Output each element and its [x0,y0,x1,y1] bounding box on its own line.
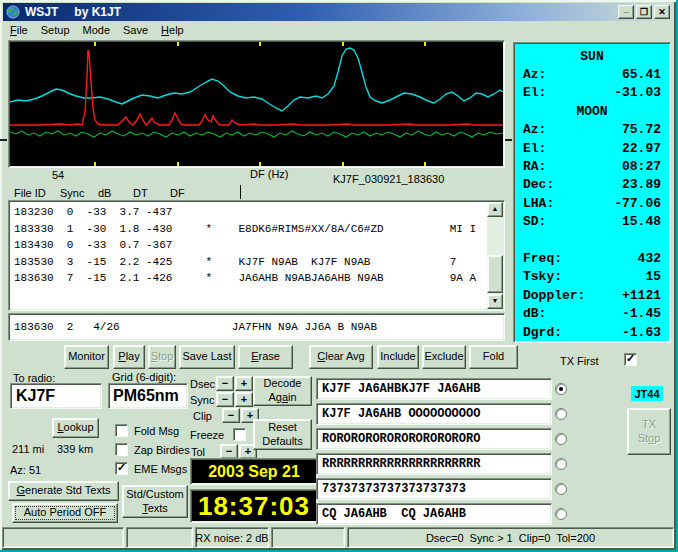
dsec-minus-button[interactable]: − [216,376,234,391]
menu-file[interactable]: File [10,24,28,36]
auto-period-button[interactable]: Auto Period OFF [12,503,118,523]
status-panel-1 [2,527,124,548]
tx-msg-field-5[interactable]: 73737373737373737373 [316,478,552,500]
col-df: DF [170,187,185,199]
distance-miles: 211 mi [12,443,44,455]
sync-plus-button[interactable]: + [235,392,253,407]
tx-msg-radio[interactable] [555,508,567,520]
menu-help[interactable]: Help [161,24,184,36]
tx-msg-field-2[interactable]: KJ7F JA6AHB OOOOOOOOOO [316,403,552,425]
menu-save[interactable]: Save [123,24,148,36]
include-button[interactable]: Include [377,345,419,369]
spectrum-plot [10,42,503,166]
close-button[interactable]: ✕ [654,5,670,19]
col-file-id: File ID [14,187,46,199]
astro-info-panel: SUNAz:65.41El:-31.03MOONAz:75.72El:22.97… [513,42,671,343]
std-custom-texts-button[interactable]: Std/Custom Texts [122,485,188,518]
fold-button[interactable]: Fold [469,345,518,369]
grid-label: Grid (6-digit): [112,371,176,383]
time-display: 18:37:03 [190,489,318,523]
clear-avg-button[interactable]: Clear Avg [309,345,373,369]
minimize-button[interactable]: _ [618,5,634,19]
info-row: Az:75.72 [516,121,668,139]
info-row: El:-31.03 [516,84,668,102]
scroll-up-button[interactable]: ▲ [487,202,503,217]
sync-minus-button[interactable]: − [216,392,234,407]
decode-row[interactable]: 183430 0 -33 0.7 -367 [14,237,484,254]
erase-button[interactable]: Erase [238,345,293,369]
dsec-plus-button[interactable]: + [235,376,253,391]
average-decode-box: 183630 2 4/26 JA7FHN N9A JJ6A B N9AB [8,313,505,341]
save-last-button[interactable]: Save Last [179,345,235,369]
decode-row[interactable]: 183230 0 -33 3.7 -437 [14,204,484,221]
col-dt: DT [133,187,148,199]
spectrum-display[interactable] [8,40,505,168]
tx-stop-button[interactable]: TX Stop [627,408,671,455]
decode-row[interactable]: 183530 3 -15 2.2 -425 * KJ7F N9AB KJ7F N… [14,254,484,271]
tx-first-label: TX First [560,355,599,367]
text-cursor [240,185,241,199]
tx-msg-field-6[interactable]: CQ JA6AHB CQ JA6AHB [316,503,552,525]
stop-button[interactable]: Stop [148,345,176,369]
spectrum-trace-green [10,131,503,137]
info-row: Dgrd:-1.63 [516,323,668,341]
tx-first-checkbox[interactable] [624,353,637,366]
generate-std-texts-button[interactable]: Generate Std Texts [8,481,119,501]
info-row: SD:15.48 [516,213,668,231]
freeze-checkbox[interactable] [233,428,246,441]
scroll-down-icon: ▼ [492,297,499,306]
freeze-label: Freeze [190,429,224,441]
col-db: dB [98,187,111,199]
spectrum-trace-red [10,50,503,125]
freq-scale-label: 54 [52,169,64,181]
info-row: Tsky:15 [516,268,668,286]
reset-defaults-button[interactable]: ResetDefaults [253,419,312,450]
app-globe-icon [6,5,20,19]
tol-minus-button[interactable]: − [220,444,238,459]
info-row: dB:-1.45 [516,304,668,322]
play-button[interactable]: Play [113,345,145,369]
eme-msgs-checkbox[interactable] [115,462,128,475]
decode-scrollbar: ▲ ▼ [487,202,503,309]
exclude-button[interactable]: Exclude [422,345,466,369]
menu-bar: File Setup Mode Save Help [3,22,673,38]
monitor-button[interactable]: Monitor [64,345,109,369]
decode-row[interactable]: 183330 1 -30 1.8 -430 * E8DK6#RIMS#XX/8A… [14,221,484,238]
zap-birdies-checkbox[interactable] [115,443,128,456]
frequency-ticks [95,42,425,166]
scroll-up-icon: ▲ [492,205,499,214]
tx-msg-radio[interactable] [555,408,567,420]
fold-msg-label: Fold Msg [134,425,179,437]
menu-mode[interactable]: Mode [83,24,111,36]
status-decode-params: Dsec=0 Sync > 1 Clip=0 Tol=200 [347,527,674,548]
lookup-button[interactable]: Lookup [52,418,99,438]
right-axis-tick [505,139,512,141]
tx-msg-radio[interactable] [555,433,567,445]
tx-msg-field-3[interactable]: RORORORORORORORORORORO [316,428,552,450]
decode-again-button[interactable]: Decode Again [253,376,312,406]
tx-msg-field-4[interactable]: RRRRRRRRRRRRRRRRRRRRRR [316,453,552,475]
average-decode-row[interactable]: 183630 2 4/26 JA7FHN N9A JJ6A B N9AB [14,321,377,333]
tx-msg-radio[interactable] [555,458,567,470]
fold-msg-checkbox[interactable] [115,424,128,437]
tx-msg-field-1[interactable]: KJ7F JA6AHBKJ7F JA6AHB [316,378,552,400]
menu-setup[interactable]: Setup [41,24,70,36]
left-axis-tick [0,139,7,141]
info-row: Az:65.41 [516,65,668,83]
eme-msgs-label: EME Msgs [134,463,187,475]
tol-label: Tol [191,446,205,458]
maximize-button[interactable]: ❐ [636,5,652,19]
decode-row[interactable]: 183630 7 -15 2.1 -426 * JA6AHB N9ABJA6AH… [14,270,484,287]
scroll-thumb[interactable] [487,255,503,293]
grid-input[interactable]: PM65nm [108,383,188,409]
scroll-down-button[interactable]: ▼ [487,294,503,309]
status-panel-4 [271,527,345,548]
wsjt-window: WSJT by K1JT _ ❐ ✕ File Setup Mode Save … [0,0,676,550]
tx-msg-radio[interactable] [555,483,567,495]
clip-minus-button[interactable]: − [222,408,240,423]
to-radio-input[interactable]: KJ7F [10,383,102,409]
azimuth-label: Az: 51 [10,464,41,476]
col-sync: Sync [60,187,84,199]
date-display: 2003 Sep 21 [190,458,318,485]
tx-msg-radio[interactable] [555,383,567,395]
